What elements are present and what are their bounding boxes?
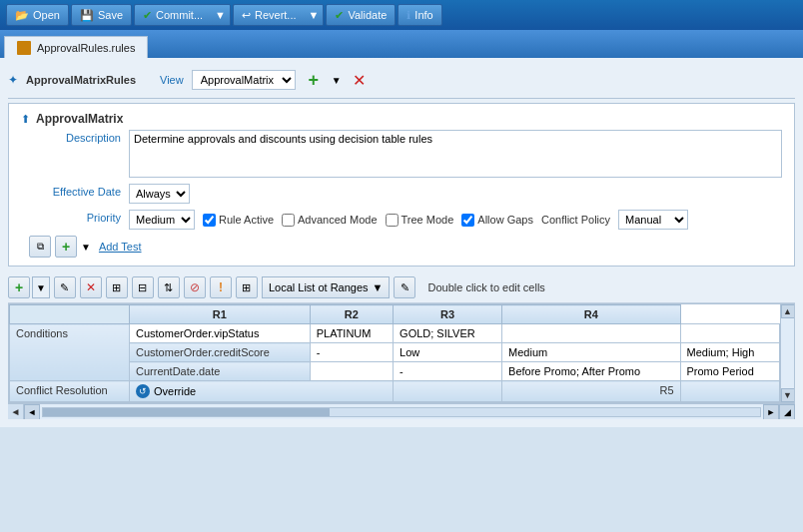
date-r3[interactable]: Before Promo; After Promo [502,362,680,381]
open-button[interactable]: 📂 Open [6,4,69,26]
priority-select[interactable]: Medium [129,210,195,230]
info-button[interactable]: ℹ Info [398,4,441,26]
rule-active-checkbox-label[interactable]: Rule Active [203,214,274,227]
revert-icon: ↩ [242,9,251,22]
tab-approvalrules[interactable]: ApprovalRules.rules [4,36,148,58]
validate-button[interactable]: ✔ Validate [326,4,396,26]
header-r4: R4 [502,305,680,324]
grid-btn[interactable]: ⊞ [236,276,258,298]
add-test-button[interactable]: Add Test [95,241,146,253]
warn-btn[interactable]: ! [210,276,232,298]
h-scroll-right[interactable]: ► [763,404,779,420]
copy-test-btn[interactable]: ⧉ [29,236,51,258]
advanced-mode-checkbox-label[interactable]: Advanced Mode [282,214,378,227]
form-card: ⬆ ApprovalMatrix Description Determine a… [8,103,795,266]
date-r4[interactable]: Promo Period [680,362,780,381]
credit-r3[interactable]: Medium [502,343,680,362]
delete-btn[interactable]: ✕ [80,276,102,298]
left-nav-arrow[interactable]: ◄ [8,404,24,419]
conflict-policy-select[interactable]: Manual [618,210,688,230]
block-btn[interactable]: ⊘ [184,276,206,298]
save-icon: 💾 [80,9,94,22]
override-cell[interactable]: ↺ Override [130,381,394,402]
allow-gaps-checkbox-label[interactable]: Allow Gaps [461,214,533,227]
section-collapse: ⬆ ApprovalMatrix [21,112,782,126]
vertical-scrollbar[interactable]: ▲ ▼ [780,304,794,402]
ranges-dropdown[interactable]: Local List ot Ranges ▼ [262,276,391,298]
conflict-r3[interactable] [394,381,502,402]
conflict-resolution-label: Conflict Resolution [10,381,130,402]
insert-col-btn[interactable]: ⊞ [106,276,128,298]
edit-range-btn[interactable]: ✎ [394,276,415,298]
h-scroll-left[interactable]: ◄ [24,404,40,420]
toolbar: 📂 Open 💾 Save ✔ Commit... ▼ ↩ Revert... … [0,0,803,30]
rules-file-icon [17,41,31,55]
description-row: Description Determine approvals and disc… [21,130,782,178]
info-icon: ℹ [406,9,410,22]
commit-button[interactable]: ✔ Commit... [134,4,211,26]
vip-r3[interactable] [502,324,680,343]
rule-active-checkbox[interactable] [203,214,216,227]
description-textarea[interactable]: Determine approvals and discounts using … [129,130,782,178]
tab-bar: ApprovalRules.rules [0,30,803,58]
separator1 [8,98,795,99]
revert-dropdown[interactable]: ▼ [305,4,325,26]
commit-dropdown[interactable]: ▼ [211,4,231,26]
add-row-dropdown[interactable]: ▼ [32,276,50,298]
resize-corner[interactable]: ◢ [779,404,795,420]
credit-r1[interactable]: - [310,343,393,362]
scroll-up-arrow[interactable]: ▲ [781,304,795,318]
tree-mode-checkbox-label[interactable]: Tree Mode [386,214,454,227]
header-r2: R2 [310,305,393,324]
date-r1[interactable] [310,362,393,381]
override-icon: ↺ [136,384,150,398]
credit-score-label: CustomerOrder.creditScore [130,343,311,362]
revert-button[interactable]: ↩ Revert... [233,4,305,26]
view-bar: ✦ ApprovalMatrixRules View ApprovalMatri… [8,66,795,94]
vip-r2[interactable]: GOLD; SILVER [394,324,502,343]
double-click-hint: Double click to edit cells [427,281,544,293]
override-label: Override [154,385,196,397]
ranges-dropdown-arrow: ▼ [373,281,384,293]
header-r3: R3 [394,305,502,324]
credit-r4[interactable]: Medium; High [680,343,780,362]
override-btn[interactable]: ↺ Override [136,384,196,398]
table-btn-group-1: + ▼ [8,276,50,298]
h-scroll-bar: ◄ ◄ ► ◢ [8,403,795,419]
conflict-r5[interactable]: R5 [502,381,680,402]
tree-mode-checkbox[interactable] [386,214,399,227]
table-header-row: R1 R2 R3 R4 [10,305,780,324]
move-btn[interactable]: ⇅ [158,276,180,298]
scroll-down-arrow[interactable]: ▼ [781,388,795,402]
priority-row: Priority Medium Rule Active Advanced Mod… [21,210,782,230]
edit-btn[interactable]: ✎ [54,276,76,298]
delete-red-icon[interactable]: ✕ [350,70,370,90]
vip-r1[interactable]: PLATINUM [310,324,393,343]
vip-r4[interactable] [680,324,780,343]
add-test-dropdown[interactable]: ▼ [81,242,91,253]
add-row-btn[interactable]: + [8,276,30,298]
advanced-mode-checkbox[interactable] [282,214,295,227]
add-test-icon-btn[interactable]: + [55,236,77,258]
section-collapse-icon[interactable]: ⬆ [21,113,30,126]
table-wrapper: R1 R2 R3 R4 Conditions CustomerOrder.vip… [8,303,795,419]
save-button[interactable]: 💾 Save [71,4,132,26]
table-row: Conditions CustomerOrder.vipStatus PLATI… [10,324,780,343]
view-select[interactable]: ApprovalMatrix [192,70,296,90]
collapse-icon[interactable]: ✦ [8,73,18,87]
current-date-label: CurrentDate.date [130,362,311,381]
commit-icon: ✔ [143,9,152,22]
add-green-icon[interactable]: + [304,70,324,90]
credit-r2[interactable]: Low [394,343,502,362]
approval-matrix-rules-label: ApprovalMatrixRules [26,74,136,86]
table-container[interactable]: R1 R2 R3 R4 Conditions CustomerOrder.vip… [8,303,795,403]
allow-gaps-checkbox[interactable] [461,214,474,227]
effective-date-select[interactable]: Always [129,184,190,204]
date-r2[interactable]: - [394,362,502,381]
add-test-row: ⧉ + ▼ Add Test [21,236,782,258]
add-dropdown-icon[interactable]: ▼ [332,75,342,86]
table-toolbar: + ▼ ✎ ✕ ⊞ ⊟ ⇅ ⊘ ! ⊞ Local List ot Ranges… [8,272,795,303]
effective-date-row: Effective Date Always [21,184,782,204]
delete-col-btn[interactable]: ⊟ [132,276,154,298]
h-scroll-track[interactable] [42,407,761,417]
